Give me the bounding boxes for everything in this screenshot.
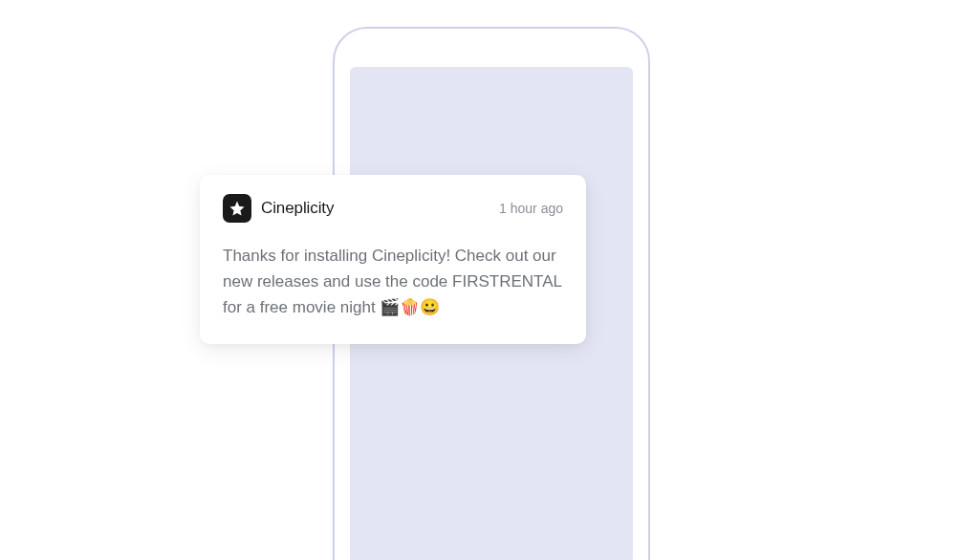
- notification-timestamp: 1 hour ago: [499, 201, 563, 216]
- app-icon: [223, 194, 251, 223]
- notification-message: Thanks for installing Cineplicity! Check…: [223, 244, 563, 321]
- app-name: Cineplicity: [261, 199, 334, 218]
- notification-app-info: Cineplicity: [223, 194, 334, 223]
- notification-header: Cineplicity 1 hour ago: [223, 194, 563, 223]
- star-icon: [228, 200, 246, 217]
- notification-card[interactable]: Cineplicity 1 hour ago Thanks for instal…: [200, 175, 586, 344]
